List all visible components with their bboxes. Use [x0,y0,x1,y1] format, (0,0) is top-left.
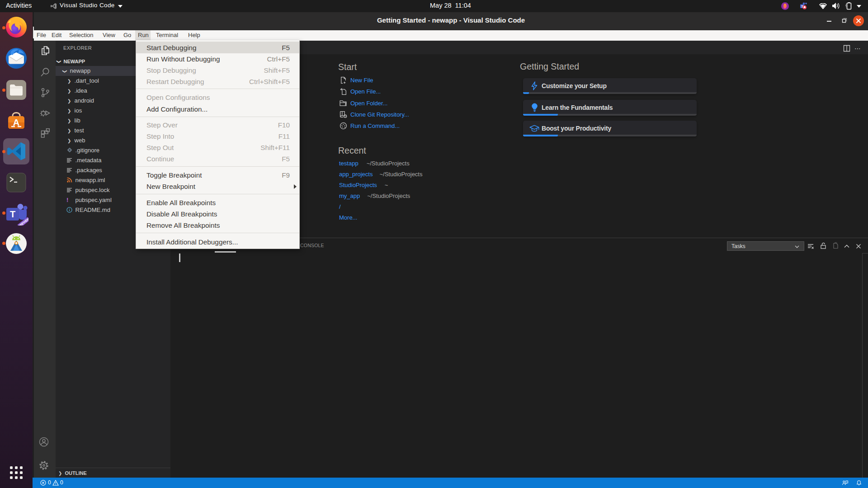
svg-text:T: T [10,209,15,219]
svg-text:A: A [13,117,19,127]
